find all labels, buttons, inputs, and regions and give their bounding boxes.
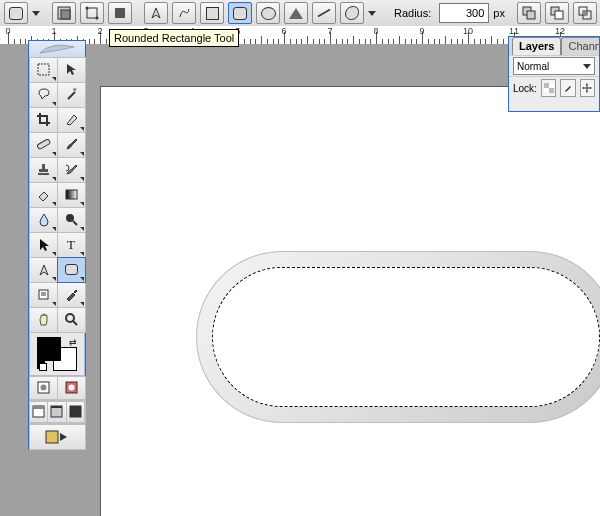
svg-rect-33 [33, 406, 44, 409]
svg-rect-23 [39, 290, 48, 299]
chevron-down-icon[interactable] [32, 11, 40, 16]
jump-to-imageready-button[interactable] [29, 424, 86, 450]
ellipse-icon [261, 7, 276, 20]
slice-tool[interactable] [57, 107, 86, 133]
dodge-tool[interactable] [57, 207, 86, 233]
combine-subtract-button[interactable] [545, 2, 569, 24]
full-screen-button[interactable] [66, 401, 85, 423]
ruler-label: 1 [51, 26, 56, 36]
svg-line-17 [68, 92, 75, 99]
layers-panel[interactable]: Layers Chann Normal Lock: [508, 36, 600, 112]
lock-transparency-button[interactable] [541, 79, 556, 97]
lock-position-button[interactable] [580, 79, 595, 97]
tools-palette[interactable]: T ⇄ [28, 40, 86, 450]
ruler-label: 6 [281, 26, 286, 36]
ruler-label: 9 [419, 26, 424, 36]
healing-brush-tool[interactable] [29, 132, 58, 158]
document-canvas[interactable] [100, 86, 600, 516]
standard-screen-button[interactable] [29, 401, 48, 423]
rounded-rectangle-icon [233, 7, 247, 20]
line-shape-button[interactable] [312, 2, 336, 24]
svg-rect-19 [66, 190, 77, 199]
radius-label: Radius: [394, 7, 431, 19]
clone-stamp-tool[interactable] [29, 157, 58, 183]
screen-full-icon [69, 405, 82, 418]
blend-mode-select[interactable]: Normal [513, 57, 595, 75]
default-colors-icon[interactable] [37, 361, 47, 371]
swap-colors-icon[interactable]: ⇄ [69, 337, 77, 347]
chevron-down-icon[interactable] [368, 11, 376, 16]
svg-rect-5 [115, 8, 125, 18]
pen-tool[interactable] [29, 257, 58, 283]
rectangle-shape-button[interactable] [200, 2, 224, 24]
note-icon [36, 287, 51, 302]
path-selection-tool[interactable] [29, 232, 58, 258]
combine-add-button[interactable] [517, 2, 541, 24]
rounded-rect-shape[interactable] [196, 251, 600, 423]
svg-point-3 [86, 7, 89, 10]
blend-mode-value: Normal [517, 61, 549, 72]
pen-tool-button[interactable] [144, 2, 168, 24]
quick-mask-button[interactable] [57, 376, 86, 400]
hand-icon [36, 312, 51, 327]
history-brush-icon [64, 162, 79, 177]
lock-image-button[interactable] [560, 79, 575, 97]
eraser-tool[interactable] [29, 182, 58, 208]
marquee-tool[interactable] [29, 57, 58, 83]
standard-mode-button[interactable] [29, 376, 58, 400]
hand-tool[interactable] [29, 307, 58, 333]
magic-wand-tool[interactable] [57, 82, 86, 108]
ellipse-shape-button[interactable] [256, 2, 280, 24]
freeform-pen-icon [177, 6, 191, 20]
move-icon [64, 62, 79, 77]
tool-preset-button[interactable] [4, 2, 28, 24]
stamp-icon [36, 162, 51, 177]
pen-icon [36, 262, 51, 277]
gradient-tool[interactable] [57, 182, 86, 208]
svg-rect-30 [66, 382, 77, 393]
tab-channels[interactable]: Chann [561, 37, 600, 55]
brush-tool[interactable] [57, 132, 86, 158]
svg-rect-32 [33, 406, 44, 417]
custom-shape-button[interactable] [340, 2, 364, 24]
svg-rect-40 [549, 88, 554, 93]
paths-mode-button[interactable] [80, 2, 104, 24]
rounded-rect-icon [9, 7, 23, 20]
shape-layers-mode-button[interactable] [52, 2, 76, 24]
ruler-label: 8 [373, 26, 378, 36]
svg-point-31 [68, 385, 74, 391]
svg-line-21 [73, 221, 77, 225]
full-screen-menubar-button[interactable] [47, 401, 66, 423]
eyedropper-tool[interactable] [57, 282, 86, 308]
wand-icon [64, 87, 79, 102]
history-brush-tool[interactable] [57, 157, 86, 183]
ruler-label: 12 [555, 26, 565, 36]
screen-menubar-icon [50, 405, 63, 418]
freeform-pen-button[interactable] [172, 2, 196, 24]
svg-rect-1 [61, 10, 70, 19]
rounded-rectangle-shape-button[interactable] [228, 2, 252, 24]
svg-rect-39 [544, 83, 549, 88]
combine-intersect-button[interactable] [573, 2, 597, 24]
foreground-color-swatch[interactable] [37, 337, 61, 361]
svg-rect-7 [527, 11, 535, 19]
crop-tool[interactable] [29, 107, 58, 133]
polygon-shape-button[interactable] [284, 2, 308, 24]
combine-intersect-icon [578, 6, 592, 20]
notes-tool[interactable] [29, 282, 58, 308]
tools-palette-header[interactable] [29, 41, 85, 57]
type-tool[interactable]: T [57, 232, 86, 258]
svg-text:T: T [67, 237, 75, 252]
radius-input[interactable] [439, 3, 489, 23]
fill-pixels-mode-button[interactable] [108, 2, 132, 24]
zoom-tool[interactable] [57, 307, 86, 333]
move-tool[interactable] [57, 57, 86, 83]
shape-tool[interactable] [57, 257, 86, 283]
lasso-tool[interactable] [29, 82, 58, 108]
crop-icon [36, 112, 51, 127]
combine-add-icon [522, 6, 536, 20]
tab-layers[interactable]: Layers [512, 37, 561, 55]
lasso-icon [36, 87, 51, 102]
magnifier-icon [64, 312, 79, 327]
blur-tool[interactable] [29, 207, 58, 233]
